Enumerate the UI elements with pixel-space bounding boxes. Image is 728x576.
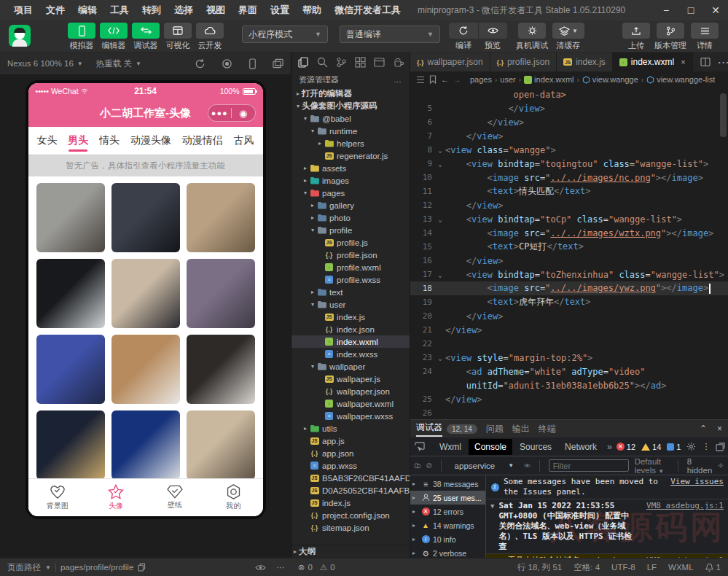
- avatar-photo[interactable]: [36, 335, 105, 404]
- devtools-tab-Console[interactable]: Console: [469, 439, 512, 455]
- miniprogram-capsule[interactable]: ●●● ◉: [208, 104, 256, 122]
- kebab-menu-icon[interactable]: ⋮: [702, 442, 710, 451]
- view-issues-link[interactable]: View issues: [670, 477, 724, 487]
- code-line-wrap[interactable]: open-data>: [410, 87, 728, 101]
- code-line-15[interactable]: 15<text>CP短打</text>: [410, 240, 728, 254]
- avatar-photo[interactable]: [187, 410, 255, 478]
- tree-item-app.js[interactable]: JSapp.js: [291, 435, 410, 447]
- tree-item-profile.wxss[interactable]: ≡profile.wxss: [291, 273, 410, 286]
- encoding[interactable]: UTF-8: [611, 563, 635, 572]
- editor-tab-profile.json[interactable]: {.}profile.json: [490, 52, 557, 71]
- info-count[interactable]: 1: [667, 443, 681, 451]
- problems-indicator[interactable]: ⊗0 ⚠0: [298, 562, 335, 572]
- copy-icon[interactable]: [138, 563, 146, 572]
- minimize-button[interactable]: −: [654, 0, 678, 20]
- debugger-panel-tab-终端[interactable]: 终端: [539, 423, 556, 435]
- eye-icon[interactable]: [524, 462, 531, 470]
- tree-item-profile[interactable]: ▾profile: [291, 224, 410, 236]
- code-line-23[interactable]: 23⌄<view style="margin-top:2%">: [410, 351, 728, 365]
- log-levels-dropdown[interactable]: Default levels ▼: [635, 457, 670, 475]
- tree-item-wallpaper[interactable]: ▾wallpaper: [291, 360, 410, 373]
- tree-item-app.wxss[interactable]: ≡app.wxss: [291, 459, 410, 472]
- eye-icon[interactable]: [255, 564, 266, 572]
- list-icon[interactable]: [416, 76, 425, 84]
- rotate-icon[interactable]: [195, 58, 206, 69]
- window-icon[interactable]: [370, 54, 388, 70]
- more-actions-icon[interactable]: …: [394, 75, 402, 84]
- code-line-8[interactable]: 8⌄<view class="wangge">: [410, 143, 728, 157]
- avatar-photo[interactable]: [36, 259, 105, 328]
- outline-section[interactable]: ▸大纲: [291, 545, 410, 558]
- more-tabs-icon[interactable]: »: [604, 442, 615, 452]
- category-tab-古风[interactable]: 古风: [233, 128, 254, 153]
- tree-item-app.json[interactable]: {.}app.json: [291, 447, 410, 459]
- language-mode[interactable]: WXML: [668, 563, 694, 572]
- category-tab-女头[interactable]: 女头: [37, 128, 58, 153]
- code-line-16[interactable]: 16</view>: [410, 254, 728, 268]
- tree-item-helpers[interactable]: ▸helpers: [291, 137, 410, 149]
- avatar-photo[interactable]: [187, 259, 255, 328]
- tree-item-wallpaper.json[interactable]: {.}wallpaper.json: [291, 385, 410, 397]
- warning-count[interactable]: 14: [641, 443, 661, 451]
- user-avatar[interactable]: [9, 25, 31, 47]
- console-messages[interactable]: iView issuesSome messages have been move…: [486, 475, 728, 558]
- console-filter-input[interactable]: [549, 459, 629, 472]
- gear-icon[interactable]: [686, 442, 696, 451]
- menu-item-设置[interactable]: 设置: [264, 0, 296, 20]
- code-line-19[interactable]: 19<text>虎年拜年</text>: [410, 295, 728, 309]
- clear-cache-button[interactable]: ▼ 清缓存: [552, 23, 584, 51]
- close-icon[interactable]: ×: [681, 58, 685, 66]
- tree-item-runtime[interactable]: ▾runtime: [291, 125, 410, 137]
- search-icon[interactable]: [313, 54, 331, 70]
- code-line-14[interactable]: 14<image src="../../images/wztx.png"></i…: [410, 226, 728, 240]
- console-filter-14 warnings[interactable]: ▸▲14 warnings: [410, 518, 485, 532]
- tree-item-index.json[interactable]: {.}index.json: [291, 323, 410, 335]
- tree-section-头像套图小程序源码[interactable]: ▾头像套图小程序源码: [291, 100, 410, 112]
- 版本管理-button[interactable]: 版本管理: [654, 23, 686, 51]
- context-selector[interactable]: appservice▼: [450, 460, 519, 472]
- avatar-photo[interactable]: [187, 335, 255, 404]
- devtools-tab-Sources[interactable]: Sources: [514, 439, 557, 455]
- code-line-10[interactable]: 10<image src="../../images/nc.png"></ima…: [410, 171, 728, 184]
- category-tab-男头[interactable]: 男头: [68, 128, 88, 153]
- tabbar-item-背景图[interactable]: 背景图: [28, 479, 87, 516]
- code-line-26[interactable]: 26: [410, 406, 728, 419]
- compile-button[interactable]: [449, 23, 478, 39]
- bookmark-icon[interactable]: [429, 75, 437, 84]
- tree-item-index.js[interactable]: JSindex.js: [291, 497, 410, 509]
- code-editor[interactable]: open-data>5</view>6</view>7</view>8⌄<vie…: [410, 87, 728, 419]
- editor-tab-index.wxml[interactable]: ◦index.wxml×: [613, 52, 693, 71]
- tree-item-images[interactable]: ▸images: [291, 174, 410, 187]
- menu-item-项目[interactable]: 项目: [7, 0, 39, 20]
- collapse-panel-icon[interactable]: ⌃: [700, 424, 707, 434]
- menu-item-文件[interactable]: 文件: [39, 0, 71, 20]
- cursor-position[interactable]: 行 18, 列 51: [517, 562, 562, 573]
- 可视化-button[interactable]: 可视化: [164, 23, 192, 51]
- tree-item-D0A25052CBF41AAFB6...[interactable]: JSD0A25052CBF41AAFB6...: [291, 484, 410, 497]
- breadcrumb-item-view.wangge-list[interactable]: view.wangge-list: [646, 75, 715, 84]
- phone-icon[interactable]: [248, 58, 257, 69]
- console-filter-10 info[interactable]: ▸i10 info: [410, 532, 485, 546]
- close-button[interactable]: ✕: [703, 0, 728, 20]
- code-line-24[interactable]: 24<ad adTheme="white" adType="video": [410, 365, 728, 378]
- back-arrow-icon[interactable]: ←: [441, 75, 449, 84]
- device-toolbar-icon[interactable]: [415, 461, 420, 470]
- editor-tab-index.js[interactable]: JSindex.js: [557, 52, 613, 71]
- tree-item-utils[interactable]: ▸utils: [291, 422, 410, 435]
- source-link[interactable]: VM8 asdebug.js:1: [646, 501, 724, 552]
- code-line-22[interactable]: 22: [410, 337, 728, 351]
- tree-item-index.js[interactable]: JSindex.js: [291, 311, 410, 323]
- tree-item-regenerator.js[interactable]: JSregenerator.js: [291, 149, 410, 162]
- menu-item-帮助[interactable]: 帮助: [296, 0, 328, 20]
- menu-item-选择[interactable]: 选择: [168, 0, 200, 20]
- more-icon[interactable]: ●●●: [208, 109, 232, 117]
- code-line-7[interactable]: 7</view>: [410, 129, 728, 143]
- tree-item-index.wxml[interactable]: ◦index.wxml: [291, 335, 410, 348]
- exit-icon[interactable]: ◉: [232, 108, 255, 119]
- more-actions-icon[interactable]: ⋯: [718, 55, 728, 69]
- tree-item-pages[interactable]: ▾pages: [291, 187, 410, 199]
- 编辑器-button[interactable]: 编辑器: [100, 23, 128, 51]
- tree-section-打开的编辑器[interactable]: ▸打开的编辑器: [291, 87, 410, 100]
- indent-setting[interactable]: 空格: 4: [574, 562, 600, 573]
- code-line-25[interactable]: 25</view>: [410, 392, 728, 406]
